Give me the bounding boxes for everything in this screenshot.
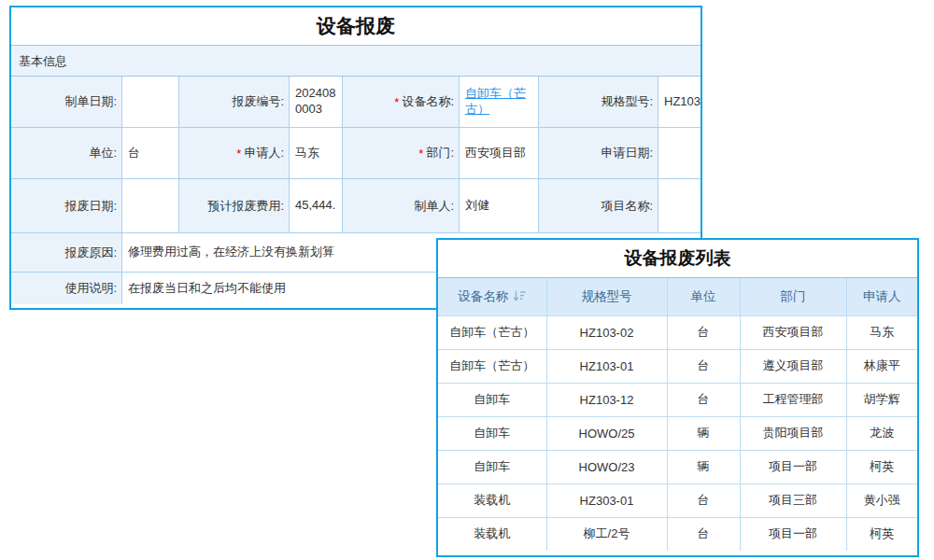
screen: 设备报废 基本信息 制单日期: 报废编号: 2024080003 *设备名称: … [0, 0, 934, 560]
cell-spec: HZ103-02 [546, 315, 667, 349]
cell-unit: 台 [667, 383, 740, 416]
cell-applicant[interactable]: 黄小强 [846, 483, 917, 517]
cell-unit: 台 [667, 517, 740, 551]
col-header-dept[interactable]: 部门 [740, 278, 846, 315]
cell-applicant[interactable]: 柯英 [846, 450, 917, 483]
cell-device[interactable]: 自卸车（芒古） [438, 315, 546, 349]
cell-unit: 辆 [667, 450, 740, 483]
cell-dept: 西安项目部 [740, 315, 846, 349]
cell-applicant[interactable]: 林康平 [846, 349, 917, 383]
col-header-spec[interactable]: 规格型号 [546, 278, 667, 315]
cell-spec: HOWO/23 [546, 450, 667, 483]
cell-device[interactable]: 自卸车 [438, 416, 546, 450]
field-label-scrap-no: 报废编号: [179, 77, 290, 128]
sort-descending-icon[interactable] [513, 290, 526, 301]
required-asterisk: * [236, 147, 241, 161]
list-title: 设备报废列表 [438, 240, 917, 278]
cell-device[interactable]: 自卸车 [438, 383, 546, 416]
table-row: 自卸车 HZ103-12 台 工程管理部 胡学辉 [438, 383, 917, 416]
cell-applicant[interactable]: 龙波 [846, 416, 917, 450]
field-value-est-cost: 45,444. [290, 179, 343, 233]
field-label-spec-model: 规格型号: [539, 77, 658, 128]
field-value-spec-model: HZ103- [658, 77, 700, 128]
table-row: 装载机 柳工/2号 台 项目一部 柯英 [438, 517, 917, 551]
field-label-department: *部门: [343, 128, 460, 179]
field-value-unit: 台 [122, 128, 179, 179]
field-value-apply-date [658, 128, 700, 179]
table-header-row: 设备名称 规格型号 单位 部门 申请人 [438, 278, 917, 315]
cell-applicant[interactable]: 胡学辉 [846, 383, 917, 416]
cell-dept: 项目三部 [740, 483, 846, 517]
table-row: 自卸车（芒古） HZ103-02 台 西安项目部 马东 [438, 315, 917, 349]
form-grid: 制单日期: 报废编号: 2024080003 *设备名称: 自卸车（芒古） 规格… [11, 77, 700, 233]
field-label-apply-date: 申请日期: [539, 128, 658, 179]
table-row: 自卸车（芒古） HZ103-01 台 遵义项目部 林康平 [438, 349, 917, 383]
cell-spec: HZ303-01 [546, 483, 667, 517]
field-value-department: 西安项目部 [460, 128, 539, 179]
scrap-list-panel: 设备报废列表 设备名称 规格型号 单位 部门 申请人 自卸车（芒古） [436, 238, 919, 557]
cell-unit: 辆 [667, 416, 740, 450]
cell-unit: 台 [667, 483, 740, 517]
field-label-device-name: *设备名称: [343, 77, 460, 128]
required-asterisk: * [394, 95, 399, 109]
cell-dept: 项目一部 [740, 450, 846, 483]
field-label-project: 项目名称: [539, 179, 658, 233]
field-label-est-cost: 预计报废费用: [179, 179, 290, 233]
field-label-usage: 使用说明: [11, 273, 122, 304]
field-label-reason: 报废原因: [11, 233, 122, 273]
scrap-list-table: 设备名称 规格型号 单位 部门 申请人 自卸车（芒古） HZ103-02 台 西… [438, 278, 917, 551]
cell-dept: 贵阳项目部 [740, 416, 846, 450]
form-title: 设备报废 [11, 7, 700, 46]
col-header-unit[interactable]: 单位 [667, 278, 740, 315]
cell-spec: HOWO/25 [546, 416, 667, 450]
cell-device[interactable]: 装载机 [438, 483, 546, 517]
cell-device[interactable]: 自卸车（芒古） [438, 349, 546, 383]
field-value-maker: 刘健 [460, 179, 539, 233]
cell-unit: 台 [667, 349, 740, 383]
field-value-scrap-no: 2024080003 [290, 77, 343, 128]
field-label-unit: 单位: [11, 128, 122, 179]
device-name-link[interactable]: 自卸车（芒古） [465, 86, 534, 118]
field-value-applicant: 马东 [290, 128, 343, 179]
field-value-make-date [122, 77, 179, 128]
col-header-device[interactable]: 设备名称 [438, 278, 546, 315]
field-value-project [658, 179, 700, 233]
table-row: 自卸车 HOWO/25 辆 贵阳项目部 龙波 [438, 416, 917, 450]
cell-dept: 工程管理部 [740, 383, 846, 416]
cell-dept: 项目一部 [740, 517, 846, 551]
section-basic-info: 基本信息 [11, 46, 700, 77]
cell-dept: 遵义项目部 [740, 349, 846, 383]
field-label-make-date: 制单日期: [11, 77, 122, 128]
cell-applicant[interactable]: 柯英 [846, 517, 917, 551]
cell-device[interactable]: 装载机 [438, 517, 546, 551]
required-asterisk: * [418, 147, 423, 161]
table-row: 装载机 HZ303-01 台 项目三部 黄小强 [438, 483, 917, 517]
cell-device[interactable]: 自卸车 [438, 450, 546, 483]
cell-spec: HZ103-12 [546, 383, 667, 416]
field-label-maker: 制单人: [343, 179, 460, 233]
table-row: 自卸车 HOWO/23 辆 项目一部 柯英 [438, 450, 917, 483]
field-value-scrap-date [122, 179, 179, 233]
field-value-device-name: 自卸车（芒古） [460, 77, 539, 128]
col-header-applicant[interactable]: 申请人 [846, 278, 917, 315]
cell-applicant[interactable]: 马东 [846, 315, 917, 349]
field-label-scrap-date: 报废日期: [11, 179, 122, 233]
field-label-applicant: *申请人: [179, 128, 290, 179]
cell-unit: 台 [667, 315, 740, 349]
cell-spec: 柳工/2号 [546, 517, 667, 551]
cell-spec: HZ103-01 [546, 349, 667, 383]
